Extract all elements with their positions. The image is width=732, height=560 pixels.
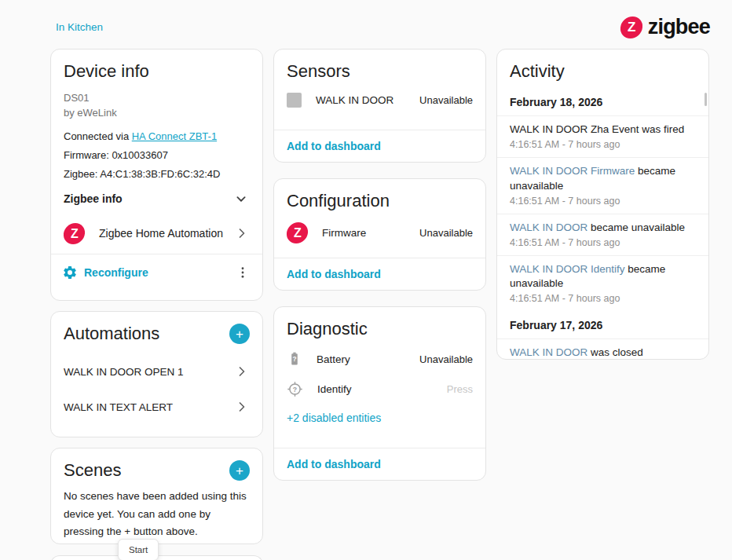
gear-refresh-icon (62, 265, 78, 280)
activity-text: became unavailable (587, 221, 685, 233)
breadcrumb-area-link[interactable]: In Kitchen (56, 21, 103, 33)
activity-text: WALK IN DOOR Zha Event was fired (510, 123, 684, 135)
device-firmware: Firmware: 0x10033607 (64, 149, 250, 161)
entity-link[interactable]: WALK IN DOOR (510, 346, 587, 358)
card-columns: Device info DS01 by eWeLink Connected vi… (50, 49, 709, 560)
more-options-icon[interactable] (234, 263, 251, 282)
chevron-right-icon (234, 399, 250, 415)
activity-entry[interactable]: WALK IN DOOR Identify became unavailable… (497, 255, 708, 312)
scenes-card: Scenes + No scenes have been added using… (50, 448, 263, 544)
battery-unknown-icon: ? (287, 350, 302, 368)
activity-text: was closed (587, 346, 643, 358)
activity-date-header: February 17, 2026 (497, 311, 708, 339)
automation-item-1[interactable]: WALK IN TEXT ALERT (64, 399, 250, 415)
activity-entry[interactable]: WALK IN DOOR Zha Event was fired 4:16:51… (497, 115, 708, 157)
entity-name: Identify (317, 383, 447, 395)
connected-via-line: Connected via HA Connect ZBT-1 (64, 130, 250, 142)
device-page: In Kitchen Z zigbee Device info DS01 by … (0, 0, 732, 560)
sensors-card: Sensors WALK IN DOOR Unavailable Add to … (273, 49, 486, 163)
chevron-right-icon (234, 225, 250, 241)
device-info-title: Device info (64, 61, 250, 82)
entity-link[interactable]: WALK IN DOOR (510, 221, 587, 233)
svg-text:?: ? (292, 355, 296, 363)
scenes-empty-text: No scenes have been added using this dev… (64, 488, 250, 541)
entity-state: Unavailable (419, 94, 473, 106)
entity-link[interactable]: WALK IN DOOR Identify (510, 263, 625, 275)
sensors-title: Sensors (287, 61, 473, 82)
activity-entry[interactable]: WALK IN DOOR became unavailable 4:16:51 … (497, 214, 708, 255)
chevron-right-icon (234, 364, 250, 379)
top-bar: In Kitchen Z zigbee (0, 0, 732, 49)
activity-title: Activity (497, 49, 708, 88)
activity-card: Activity February 18, 2026 WALK IN DOOR … (496, 49, 709, 360)
entity-row-battery[interactable]: ? Battery Unavailable (287, 350, 473, 368)
entity-state: Unavailable (419, 227, 473, 239)
identify-locate-icon: ? (287, 381, 303, 397)
start-button[interactable]: Start (118, 539, 159, 560)
entity-name: WALK IN DOOR (316, 94, 419, 106)
automation-label: WALK IN DOOR OPEN 1 (64, 366, 184, 378)
zigbee-logo-icon: Z (619, 16, 643, 38)
zigbee-entity-icon: Z (286, 222, 309, 243)
zha-logo-icon: Z (63, 223, 86, 244)
device-actionbar: Reconfigure (51, 254, 262, 291)
automations-title: Automations (64, 324, 159, 344)
configuration-add-to-dashboard-link[interactable]: Add to dashboard (274, 258, 485, 290)
entity-link[interactable]: WALK IN DOOR Firmware (510, 165, 635, 177)
device-manufacturer: by eWeLink (64, 106, 250, 121)
reconfigure-button[interactable]: Reconfigure (62, 265, 234, 280)
zigbee-brand: Z zigbee (620, 15, 710, 39)
disabled-entities-link[interactable]: +2 disabled entities (287, 412, 473, 424)
activity-entry[interactable]: WALK IN DOOR was closed 4:40:48 PM - 19 … (497, 339, 708, 360)
activity-time: 4:16:51 AM - 7 hours ago (510, 293, 696, 304)
diagnostic-add-to-dashboard-link[interactable]: Add to dashboard (274, 448, 485, 480)
device-zigbee-address: Zigbee: A4:C1:38:3B:FD:6C:32:4D (64, 168, 250, 180)
entity-row-walk-in-door[interactable]: WALK IN DOOR Unavailable (287, 93, 473, 108)
sensors-add-to-dashboard-link[interactable]: Add to dashboard (274, 130, 485, 162)
entity-row-identify[interactable]: ? Identify Press (287, 381, 473, 397)
reconfigure-label: Reconfigure (84, 266, 148, 279)
scenes-title: Scenes (64, 460, 121, 481)
diagnostic-card: Diagnostic ? Battery Unavailable ? Ident… (273, 306, 486, 481)
right-column: Activity February 18, 2026 WALK IN DOOR … (496, 49, 709, 360)
brand-name: zigbee (648, 15, 710, 39)
automation-label: WALK IN TEXT ALERT (64, 401, 173, 413)
entity-state: Press (447, 383, 473, 395)
sensor-placeholder-icon (287, 93, 302, 108)
activity-time: 4:16:51 AM - 7 hours ago (510, 196, 696, 207)
scrollbar[interactable] (705, 93, 707, 106)
connected-via-prefix: Connected via (64, 130, 132, 142)
add-scene-button[interactable]: + (229, 460, 250, 481)
configuration-card: Configuration Z Firmware Unavailable Add… (273, 178, 486, 291)
entity-name: Firmware (322, 227, 419, 239)
chevron-down-icon (232, 190, 250, 207)
activity-time: 4:16:51 AM - 7 hours ago (510, 139, 696, 150)
diagnostic-title: Diagnostic (287, 319, 473, 339)
activity-time: 4:16:51 AM - 7 hours ago (510, 237, 696, 248)
activity-date-header: February 18, 2026 (497, 88, 708, 115)
device-model: DS01 (64, 91, 250, 106)
integration-row-zha[interactable]: Z Zigbee Home Automation (64, 217, 250, 254)
entity-state: Unavailable (419, 353, 473, 365)
entity-name: Battery (317, 353, 419, 365)
automations-card: Automations + WALK IN DOOR OPEN 1 WALK I… (50, 311, 263, 437)
automation-item-0[interactable]: WALK IN DOOR OPEN 1 (64, 364, 250, 379)
device-info-card: Device info DS01 by eWeLink Connected vi… (50, 49, 263, 301)
entity-row-firmware[interactable]: Z Firmware Unavailable (287, 222, 473, 243)
connected-via-link[interactable]: HA Connect ZBT-1 (132, 130, 217, 142)
configuration-title: Configuration (287, 191, 473, 211)
left-column: Device info DS01 by eWeLink Connected vi… (50, 49, 263, 560)
integration-label: Zigbee Home Automation (99, 227, 234, 240)
add-automation-button[interactable]: + (229, 324, 250, 344)
zigbee-info-expander[interactable]: Zigbee info (64, 190, 250, 207)
svg-text:?: ? (293, 386, 297, 393)
middle-column: Sensors WALK IN DOOR Unavailable Add to … (273, 49, 486, 481)
zigbee-info-label: Zigbee info (64, 192, 123, 205)
activity-entry[interactable]: WALK IN DOOR Firmware became unavailable… (497, 157, 708, 214)
